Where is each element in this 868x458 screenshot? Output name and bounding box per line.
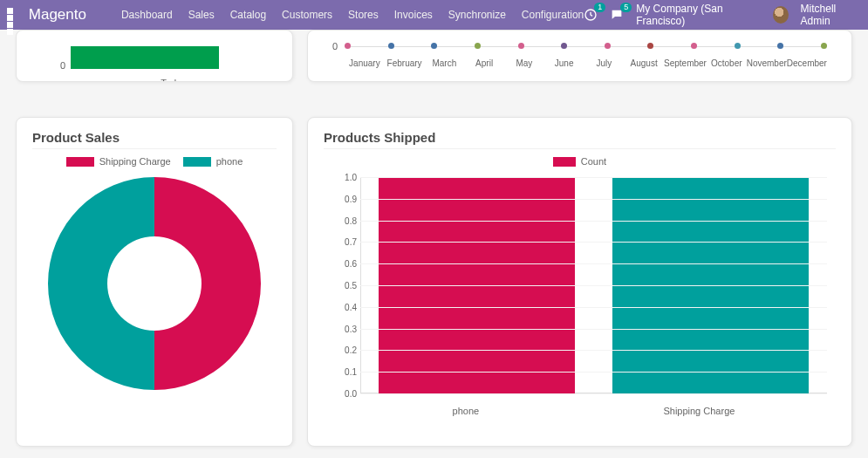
bar-ytick: 0.2 [324, 345, 357, 355]
user-menu[interactable]: Mitchell Admin [801, 3, 861, 27]
top-bar [71, 46, 219, 69]
line-point [605, 43, 611, 49]
bar-ytick: 0.4 [324, 302, 357, 311]
products-shipped-title: Products Shipped [324, 130, 836, 145]
product-sales-card: Product Sales Shipping Charge phone [16, 117, 293, 447]
month-label: April [464, 58, 504, 68]
activity-button[interactable]: 1 [584, 8, 598, 22]
line-point [475, 43, 481, 49]
line-point [821, 43, 827, 49]
header-right: 1 5 My Company (San Francisco) Mitchell … [584, 3, 861, 27]
bar-ytick: 1.0 [324, 173, 357, 182]
bar-ytick: 0.0 [324, 389, 357, 399]
products-shipped-legend: Count [324, 156, 836, 167]
top-line-ytick-0: 0 [332, 41, 338, 51]
company-selector[interactable]: My Company (San Francisco) [636, 3, 760, 27]
legend-count-label: Count [581, 156, 606, 167]
month-label: September [664, 58, 707, 68]
nav-catalog[interactable]: Catalog [230, 9, 266, 21]
month-label: July [584, 58, 625, 68]
line-point [431, 43, 437, 49]
messages-button[interactable]: 5 [610, 8, 624, 22]
bar-ytick: 0.1 [324, 367, 357, 377]
product-sales-legend: Shipping Charge phone [32, 156, 277, 167]
bar-ytick: 0.3 [324, 324, 357, 333]
legend-label-1: Shipping Charge [99, 156, 171, 167]
nav-customers[interactable]: Customers [282, 9, 332, 21]
bar-ytick: 0.9 [324, 194, 357, 203]
month-label: March [425, 58, 465, 68]
month-label: January [345, 58, 385, 68]
legend-shipping-charge[interactable]: Shipping Charge [66, 156, 171, 167]
month-label: June [544, 58, 584, 68]
nav-invoices[interactable]: Invoices [394, 9, 433, 21]
legend-phone[interactable]: phone [183, 156, 243, 167]
legend-label-2: phone [216, 156, 243, 167]
swatch-pink [66, 157, 94, 167]
product-sales-donut [44, 174, 264, 393]
month-label: August [624, 58, 664, 68]
products-shipped-chart: phoneShipping Charge 0.00.10.20.30.40.50… [324, 172, 836, 416]
line-point [518, 43, 524, 49]
top-bar-chart: 0 [71, 43, 277, 69]
month-label: October [707, 58, 747, 68]
donut-slice [48, 177, 154, 390]
nav-stores[interactable]: Stores [348, 9, 379, 21]
nav-dashboard[interactable]: Dashboard [121, 9, 173, 21]
bar-ytick: 0.5 [324, 281, 357, 291]
top-bar-xlabel: Today [71, 78, 277, 82]
top-bar-ytick-0: 0 [60, 60, 65, 71]
main-nav: Dashboard Sales Catalog Customers Stores… [121, 9, 584, 21]
donut-slice [154, 177, 261, 390]
line-point [345, 43, 351, 49]
top-bar-card: 0 Today [16, 30, 293, 82]
nav-sales[interactable]: Sales [188, 9, 215, 21]
page-content: 0 Today 0 JanuaryFebruaryMarchAprilMayJu… [0, 30, 868, 447]
swatch-count [553, 157, 576, 167]
bar-ytick: 0.6 [324, 259, 357, 269]
top-line-card: 0 JanuaryFebruaryMarchAprilMayJuneJulyAu… [307, 30, 852, 82]
product-sales-title: Product Sales [32, 130, 277, 145]
line-point [388, 43, 394, 49]
line-point [777, 43, 783, 49]
line-point [647, 43, 653, 49]
bar-xlabel: phone [453, 406, 480, 416]
line-point [561, 43, 567, 49]
swatch-teal [183, 157, 211, 167]
month-label: February [385, 58, 425, 68]
bar-ytick: 0.7 [324, 237, 357, 247]
line-point [691, 43, 697, 49]
month-label: May [504, 58, 544, 68]
apps-icon[interactable] [7, 8, 20, 22]
month-label: December [787, 58, 827, 68]
month-label: November [747, 58, 787, 68]
top-line-chart: 0 [345, 39, 827, 58]
bar-xlabel: Shipping Charge [663, 406, 735, 416]
products-shipped-card: Products Shipped Count phoneShipping Cha… [307, 117, 852, 447]
messages-badge: 5 [620, 3, 632, 12]
activity-badge: 1 [594, 3, 605, 12]
line-point [735, 43, 741, 49]
top-line-xlabels: JanuaryFebruaryMarchAprilMayJuneJulyAugu… [345, 58, 827, 68]
avatar[interactable] [773, 6, 789, 24]
app-header: Magento Dashboard Sales Catalog Customer… [0, 0, 868, 30]
nav-synchronize[interactable]: Synchronize [448, 9, 506, 21]
nav-configuration[interactable]: Configuration [522, 9, 584, 21]
bar-ytick: 0.8 [324, 215, 357, 225]
brand-title: Magento [29, 6, 86, 24]
